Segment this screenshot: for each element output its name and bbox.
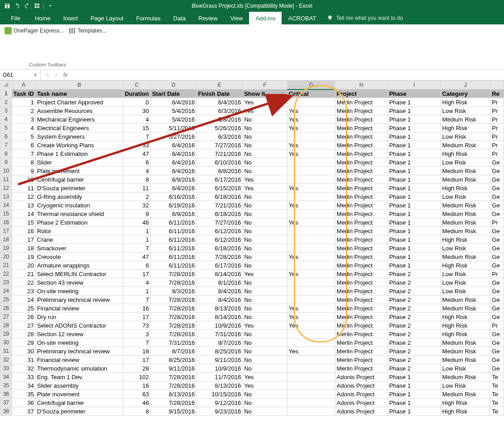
cell[interactable]: 7/28/2016 <box>151 399 197 407</box>
cell[interactable]: 46 <box>123 218 150 227</box>
cell[interactable] <box>287 167 335 175</box>
cell[interactable]: 23 <box>12 287 35 296</box>
cell[interactable]: Merlin Project <box>335 107 387 115</box>
col-header-G[interactable]: G <box>287 81 335 89</box>
cell[interactable] <box>287 158 335 167</box>
header-cell[interactable]: Re <box>490 89 504 98</box>
row-header[interactable]: 3 <box>0 107 12 115</box>
cell[interactable]: Phase 2 <box>387 287 440 296</box>
cell[interactable]: 5/11/2016 <box>151 124 197 132</box>
cell[interactable]: Thermodynamic simulation <box>35 364 123 373</box>
cell[interactable]: 53 <box>123 141 150 150</box>
cell[interactable]: Phase 2 Estimation <box>35 218 123 227</box>
cell[interactable]: 35 <box>12 390 35 399</box>
table-row[interactable]: 1110Centrifugal barrier86/9/20166/17/201… <box>0 175 504 184</box>
cell[interactable]: 6/4/2016 <box>151 98 197 107</box>
table-row[interactable]: 76Create Working Plans536/4/20167/27/201… <box>0 141 504 150</box>
cell[interactable]: No <box>243 313 287 321</box>
cell[interactable]: Merlin Project <box>335 184 387 192</box>
cell[interactable]: Financial review <box>35 304 123 313</box>
row-header[interactable]: 16 <box>0 218 12 227</box>
cell[interactable] <box>287 244 335 253</box>
cell[interactable]: 5/27/2016 <box>151 132 197 141</box>
cell[interactable]: Yes <box>287 253 335 261</box>
cell[interactable]: Section 43 review <box>35 278 123 287</box>
cell[interactable]: 5/8/2016 <box>197 115 243 124</box>
cell[interactable]: 15 <box>12 218 35 227</box>
table-row[interactable]: 3029On-site meeting77/31/20168/7/2016NoM… <box>0 338 504 347</box>
cell[interactable]: Phase 1 <box>387 107 440 115</box>
cell[interactable]: No <box>243 141 287 150</box>
cell[interactable]: No <box>243 218 287 227</box>
cell[interactable]: No <box>243 304 287 313</box>
row-header[interactable]: 15 <box>0 210 12 218</box>
cell[interactable]: Yes <box>287 184 335 192</box>
cell[interactable]: No <box>243 278 287 287</box>
cell[interactable]: Merlin Project <box>335 124 387 132</box>
col-header-A[interactable]: A <box>12 81 35 89</box>
row-header[interactable]: 26 <box>0 304 12 313</box>
cell[interactable]: Preliminary technical review <box>35 347 123 356</box>
cell[interactable]: 24 <box>12 296 35 304</box>
cell[interactable]: High Risk <box>441 184 490 192</box>
cell[interactable]: Yes <box>287 347 335 356</box>
qat-customize-icon[interactable] <box>46 1 55 10</box>
cell[interactable]: 6/3/2016 <box>197 107 243 115</box>
cell[interactable]: High Risk <box>441 330 490 338</box>
cell[interactable]: 9/15/2016 <box>151 407 197 416</box>
cell[interactable]: Medium Risk <box>441 175 490 184</box>
cell[interactable]: Phase 1 <box>387 132 440 141</box>
cell[interactable]: Merlin Project <box>335 364 387 373</box>
cell[interactable]: Phase 1 <box>387 201 440 210</box>
cell[interactable]: Yes <box>287 124 335 132</box>
cell[interactable]: 30 <box>12 347 35 356</box>
cell[interactable]: Yes <box>243 175 287 184</box>
templates-button[interactable]: Templates... <box>68 27 107 34</box>
cell[interactable]: Merlin Project <box>335 235 387 244</box>
cell[interactable]: Phase 2 <box>387 304 440 313</box>
cell[interactable]: 7/28/2016 <box>151 321 197 330</box>
col-header-C[interactable]: C <box>123 81 150 89</box>
cell[interactable]: Low Risk <box>441 278 490 287</box>
cell[interactable]: 7/28/2016 <box>151 304 197 313</box>
cell[interactable]: Adonis Project <box>335 399 387 407</box>
table-row[interactable]: 87Phase 1 Estimation476/4/20167/21/2016N… <box>0 150 504 158</box>
cell[interactable]: Ge <box>490 338 504 347</box>
cell[interactable]: 6/4/2016 <box>151 141 197 150</box>
header-cell[interactable]: Finish Date <box>197 89 243 98</box>
cell[interactable]: 17 <box>123 313 150 321</box>
cell[interactable]: Yes <box>287 304 335 313</box>
cell[interactable]: 6 <box>123 158 150 167</box>
cell[interactable]: Yes <box>243 184 287 192</box>
cell[interactable]: 9/23/2016 <box>197 407 243 416</box>
cell[interactable]: Low Risk <box>441 244 490 253</box>
cell[interactable]: Phase 1 <box>387 98 440 107</box>
cell[interactable]: Pr <box>490 115 504 124</box>
cell[interactable]: High Risk <box>441 399 490 407</box>
cell[interactable]: 6/11/2016 <box>151 253 197 261</box>
cell[interactable]: Merlin Project <box>335 132 387 141</box>
row-header[interactable]: 9 <box>0 158 12 167</box>
table-row[interactable]: 43Mechanical Engineers45/4/20165/8/2016N… <box>0 115 504 124</box>
cell[interactable]: Phase 2 <box>387 296 440 304</box>
cell[interactable]: 7/28/2016 <box>151 381 197 390</box>
row-header[interactable]: 11 <box>0 175 12 184</box>
cell[interactable]: Pr <box>490 218 504 227</box>
cell[interactable]: 9/11/2016 <box>197 356 243 364</box>
row-header[interactable]: 30 <box>0 338 12 347</box>
cell[interactable]: 16 <box>123 304 150 313</box>
cell[interactable]: No <box>243 158 287 167</box>
table-row[interactable]: 3433Eng. Team 1 Dev.1027/28/201611/7/201… <box>0 373 504 381</box>
cell[interactable]: 5/26/2016 <box>197 124 243 132</box>
cell[interactable]: Phase 1 <box>387 244 440 253</box>
cell[interactable]: Medium Risk <box>441 210 490 218</box>
cell[interactable]: Pr <box>490 107 504 115</box>
cell[interactable]: Merlin Project <box>335 141 387 150</box>
cell[interactable]: Creosote <box>35 253 123 261</box>
cell[interactable]: 11 <box>123 184 150 192</box>
cell[interactable]: Thermal resistance shield <box>35 210 123 218</box>
cell[interactable]: 7 <box>123 132 150 141</box>
cell[interactable]: Ge <box>490 253 504 261</box>
table-row[interactable]: 2726Dry run177/28/20168/14/2016NoYesMerl… <box>0 313 504 321</box>
cell[interactable]: Phase 2 <box>387 321 440 330</box>
